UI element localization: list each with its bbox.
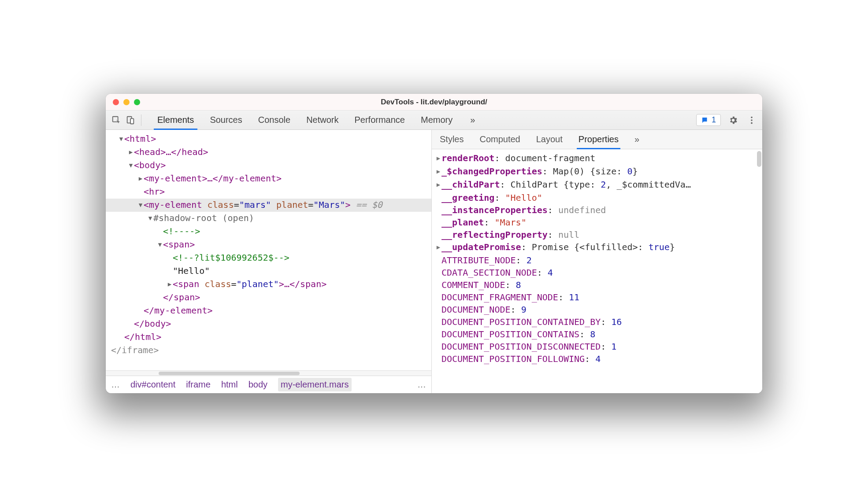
dom-iframe-ghost: </iframe>	[111, 345, 159, 355]
panel-tab-memory[interactable]: Memory	[413, 111, 460, 129]
property-row[interactable]: __planet: "Mars"	[435, 216, 759, 229]
properties-list[interactable]: ▶renderRoot: document-fragment▶_$changed…	[432, 149, 762, 393]
dom-tree[interactable]: ▼<html> ▶<head>…</head> ▼<body> ▶<my-ele…	[106, 130, 431, 370]
panel-tabs: ElementsSourcesConsoleNetworkPerformance…	[149, 111, 460, 129]
toolbar-divider	[141, 114, 141, 126]
dom-hr[interactable]: <hr>	[144, 186, 165, 197]
dom-shadow-root[interactable]: #shadow-root (open)	[153, 213, 254, 223]
inspect-element-icon[interactable]	[110, 114, 122, 126]
breadcrumb-ellipsis-right[interactable]: …	[417, 380, 426, 390]
panel-tab-sources[interactable]: Sources	[202, 111, 250, 129]
breadcrumb-item[interactable]: div#content	[130, 380, 175, 390]
svg-point-4	[751, 119, 753, 121]
sidebar-tab-computed[interactable]: Computed	[478, 130, 522, 149]
dom-myelement-close[interactable]: </my-element>	[144, 305, 213, 316]
property-row[interactable]: ▶__childPart: ChildPart {type: 2, _$comm…	[435, 178, 759, 192]
sidebar-tab-styles[interactable]: Styles	[438, 130, 465, 149]
panel-tabs-more[interactable]: »	[462, 115, 483, 125]
breadcrumb-item[interactable]: body	[249, 380, 267, 390]
property-row[interactable]: DOCUMENT_POSITION_CONTAINED_BY: 16	[435, 316, 759, 328]
sidebar-tabs-more[interactable]: »	[633, 130, 641, 149]
svg-rect-2	[130, 118, 134, 124]
svg-point-5	[751, 122, 753, 124]
dom-selected-indicator: == $0	[351, 199, 382, 210]
device-toolbar-icon[interactable]	[124, 114, 137, 126]
devtools-window: DevTools - lit.dev/playground/ ElementsS…	[106, 94, 762, 393]
breadcrumb-item-selected[interactable]: my-element.mars	[278, 378, 351, 391]
property-row[interactable]: CDATA_SECTION_NODE: 4	[435, 266, 759, 279]
dom-selected-row[interactable]: ▼<my-element class="mars" planet="Mars">…	[106, 199, 431, 212]
dom-comment-empty[interactable]: <!---->	[163, 226, 200, 236]
dom-html-open[interactable]: <html>	[124, 133, 156, 144]
property-row[interactable]: COMMENT_NODE: 8	[435, 279, 759, 291]
property-row[interactable]: __instanceProperties: undefined	[435, 204, 759, 216]
dom-text-hello[interactable]: "Hello"	[173, 266, 210, 276]
dom-span-open[interactable]: <span>	[163, 239, 195, 250]
property-row[interactable]: __reflectingProperty: null	[435, 229, 759, 241]
dom-horizontal-scrollbar[interactable]	[106, 370, 431, 376]
window-title: DevTools - lit.dev/playground/	[106, 98, 762, 107]
settings-icon[interactable]	[727, 114, 739, 126]
property-row[interactable]: ATTRIBUTE_NODE: 2	[435, 254, 759, 266]
property-row[interactable]: DOCUMENT_POSITION_CONTAINS: 8	[435, 328, 759, 340]
breadcrumb-item[interactable]: html	[221, 380, 238, 390]
panel-tab-network[interactable]: Network	[298, 111, 346, 129]
panel-tab-elements[interactable]: Elements	[149, 111, 202, 129]
issues-badge[interactable]: 1	[696, 114, 721, 126]
property-row[interactable]: ▶__updatePromise: Promise {<fulfilled>: …	[435, 241, 759, 254]
property-row[interactable]: __greeting: "Hello"	[435, 192, 759, 204]
issues-count: 1	[712, 115, 716, 125]
sidebar-panel: StylesComputedLayoutProperties» ▶renderR…	[432, 130, 762, 393]
dom-lit-comment[interactable]: <!--?lit$106992652$-->	[173, 252, 289, 263]
dom-body-open[interactable]: <body>	[134, 160, 166, 170]
more-options-icon[interactable]	[746, 114, 758, 126]
svg-point-3	[751, 116, 753, 118]
panel-tab-console[interactable]: Console	[250, 111, 298, 129]
property-row[interactable]: DOCUMENT_NODE: 9	[435, 303, 759, 316]
dom-span-close[interactable]: </span>	[163, 292, 200, 303]
elements-panel: ▼<html> ▶<head>…</head> ▼<body> ▶<my-ele…	[106, 130, 432, 393]
property-row[interactable]: ▶_$changedProperties: Map(0) {size: 0}	[435, 165, 759, 178]
svg-rect-0	[113, 116, 118, 122]
breadcrumb-item[interactable]: iframe	[186, 380, 211, 390]
properties-scrollbar[interactable]	[757, 151, 761, 167]
dom-myelement-1[interactable]: <my-element>…</my-element>	[144, 173, 282, 184]
property-row[interactable]: DOCUMENT_POSITION_DISCONNECTED: 1	[435, 340, 759, 353]
property-row[interactable]: DOCUMENT_POSITION_FOLLOWING: 4	[435, 353, 759, 365]
sidebar-tab-properties[interactable]: Properties	[577, 130, 620, 149]
titlebar: DevTools - lit.dev/playground/	[106, 94, 762, 111]
sidebar-tabs: StylesComputedLayoutProperties»	[432, 130, 762, 149]
dom-breadcrumb: … div#content iframe html body my-elemen…	[106, 376, 431, 393]
panel-tab-performance[interactable]: Performance	[347, 111, 413, 129]
dom-body-close[interactable]: </body>	[134, 318, 171, 329]
sidebar-tab-layout[interactable]: Layout	[534, 130, 564, 149]
main-toolbar: ElementsSourcesConsoleNetworkPerformance…	[106, 111, 762, 130]
property-row[interactable]: DOCUMENT_FRAGMENT_NODE: 11	[435, 291, 759, 303]
dom-html-close[interactable]: </html>	[124, 332, 161, 342]
dom-head[interactable]: <head>…</head>	[134, 147, 208, 157]
breadcrumb-ellipsis-left[interactable]: …	[111, 380, 120, 390]
property-row[interactable]: ▶renderRoot: document-fragment	[435, 152, 759, 165]
